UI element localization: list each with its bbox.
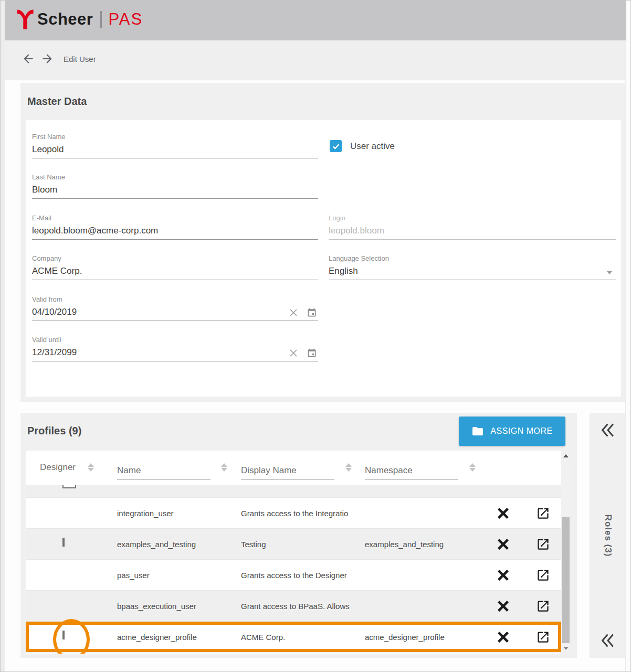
profiles-table: Designer Name Display Name Namespace int… [26, 451, 570, 654]
clear-date-icon[interactable] [289, 348, 298, 358]
master-data-card: Master Data First Name Leopold Last Name… [20, 83, 626, 402]
profiles-title: Profiles (9) [27, 425, 81, 437]
check-icon [332, 142, 340, 151]
valid-from-field[interactable]: Valid from 04/10/2019 [32, 295, 318, 321]
dropdown-caret-icon [606, 271, 613, 274]
scroll-down-arrow[interactable] [561, 644, 570, 653]
valid-from-value: 04/10/2019 [32, 307, 77, 317]
profile-display-name: Grant access to BPaaS. Allows [241, 602, 359, 611]
filter-input-display-name[interactable]: Display Name [241, 465, 334, 479]
brand-product-name: PAS [108, 10, 143, 29]
user-active-label: User active [350, 141, 395, 152]
unassign-icon[interactable] [494, 597, 512, 615]
forward-arrow-icon[interactable] [40, 52, 54, 66]
master-data-title: Master Data [27, 95, 87, 108]
scroll-up-arrow[interactable] [561, 452, 570, 460]
valid-from-input[interactable]: 04/10/2019 [32, 307, 318, 321]
open-profile-icon[interactable] [534, 566, 552, 584]
last-name-input[interactable]: Bloom [32, 185, 318, 199]
unassign-icon[interactable] [494, 504, 512, 522]
sort-icon-designer[interactable] [88, 462, 94, 473]
email-input[interactable]: leopold.bloom@acme-corp.com [32, 226, 318, 240]
scrollbar-thumb[interactable] [562, 517, 570, 643]
roles-panel-label: Roles (3) [603, 514, 613, 557]
unassign-icon[interactable] [494, 628, 512, 646]
filter-input-namespace[interactable]: Namespace [365, 465, 458, 479]
valid-until-value: 12/31/2099 [32, 347, 77, 357]
open-profile-icon[interactable] [534, 535, 552, 553]
page-scrollbar-track[interactable] [625, 40, 630, 671]
last-name-label: Last Name [32, 173, 318, 181]
profile-name: acme_designer_profile [117, 633, 235, 642]
language-label: Language Selection [329, 254, 616, 262]
language-select-field[interactable]: Language Selection English [329, 254, 616, 280]
profile-display-name: Grants access to the Designer [241, 571, 359, 580]
table-row[interactable]: examples_and_testing Testing examples_an… [26, 529, 561, 560]
profile-name: bpaas_execution_user [117, 602, 235, 611]
language-value: English [329, 266, 358, 276]
designer-checkbox[interactable] [62, 538, 65, 547]
app-header: Scheer PAS [5, 1, 626, 40]
valid-from-label: Valid from [32, 295, 318, 303]
back-arrow-icon[interactable] [22, 52, 35, 66]
last-name-field[interactable]: Last Name Bloom [32, 173, 318, 199]
nav-strip: Edit User [5, 40, 626, 80]
clear-date-icon[interactable] [289, 308, 298, 317]
valid-until-field[interactable]: Valid until 12/31/2099 [32, 336, 318, 361]
column-header-designer[interactable]: Designer [40, 462, 76, 473]
first-name-input[interactable]: Leopold [32, 144, 318, 158]
checkbox-partial[interactable] [62, 485, 76, 488]
open-profile-icon[interactable] [534, 597, 552, 615]
open-profile-icon[interactable] [534, 504, 552, 522]
company-field[interactable]: Company ACME Corp. [32, 254, 318, 280]
open-profile-icon[interactable] [534, 628, 552, 646]
table-row-highlighted[interactable]: acme_designer_profile ACME Corp. acme_de… [26, 622, 561, 653]
brand-logo: Scheer PAS [16, 9, 143, 30]
expand-panel-icon[interactable] [600, 422, 616, 438]
sort-icon-namespace[interactable] [469, 462, 476, 473]
profiles-table-body: integration_user Grants access to the In… [26, 485, 561, 654]
designer-checkbox[interactable] [62, 631, 65, 639]
table-row[interactable]: pas_user Grants access to the Designer [26, 560, 561, 591]
table-scrollbar[interactable] [561, 451, 570, 654]
unassign-icon[interactable] [494, 566, 512, 584]
roles-panel-collapsed[interactable]: Roles (3) [590, 413, 626, 658]
sort-icon-name[interactable] [221, 462, 227, 473]
login-field: Login leopold.bloom [329, 214, 616, 240]
table-row-partial [26, 485, 561, 498]
login-label: Login [329, 214, 616, 222]
email-label: E-Mail [32, 214, 318, 222]
profile-display-name: Grants access to the Integratio [241, 509, 359, 518]
profile-name: pas_user [117, 571, 235, 580]
profile-name: examples_and_testing [117, 540, 235, 549]
profile-namespace: examples_and_testing [365, 540, 483, 549]
profiles-card: Profiles (9) ASSIGN MORE Designer Name D… [20, 413, 577, 658]
table-row[interactable]: integration_user Grants access to the In… [26, 498, 561, 529]
unassign-icon[interactable] [494, 535, 512, 553]
brand-name: Scheer [37, 10, 93, 29]
calendar-icon[interactable] [307, 348, 317, 358]
folder-icon [471, 425, 484, 438]
highlight-circle-annotation [53, 619, 90, 654]
profile-namespace: acme_designer_profile [365, 633, 483, 642]
expand-panel-icon[interactable] [600, 633, 616, 648]
sort-icon-display-name[interactable] [345, 462, 352, 473]
page-title: Edit User [64, 55, 96, 63]
app-window: Scheer PAS Edit User Master Data First N… [0, 0, 631, 672]
first-name-field[interactable]: First Name Leopold [32, 133, 318, 158]
calendar-icon[interactable] [307, 307, 317, 318]
user-active-checkbox[interactable]: User active [330, 140, 395, 152]
language-select[interactable]: English [329, 266, 616, 280]
profiles-table-header: Designer Name Display Name Namespace [26, 451, 561, 485]
filter-input-name[interactable]: Name [117, 465, 211, 479]
brand-divider [100, 11, 102, 28]
company-input[interactable]: ACME Corp. [32, 266, 318, 280]
window-left-edge [1, 1, 5, 671]
valid-until-input[interactable]: 12/31/2099 [32, 347, 318, 361]
table-row[interactable]: bpaas_execution_user Grant access to BPa… [26, 591, 561, 622]
scheer-logo-icon [16, 9, 34, 30]
assign-more-button[interactable]: ASSIGN MORE [459, 417, 565, 446]
master-data-form: First Name Leopold Last Name Bloom E-Mai… [26, 120, 621, 397]
valid-until-label: Valid until [32, 336, 318, 344]
email-field[interactable]: E-Mail leopold.bloom@acme-corp.com [32, 214, 318, 240]
